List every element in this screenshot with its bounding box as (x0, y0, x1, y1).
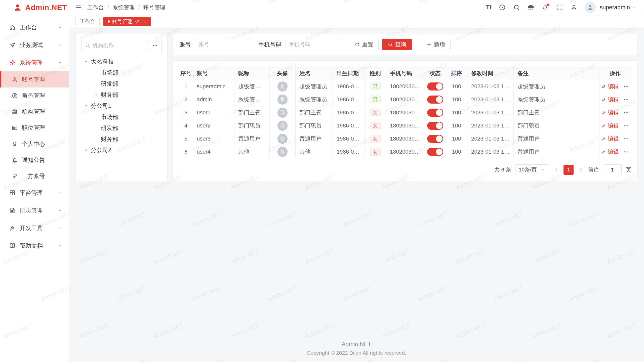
cell-actions: 编辑 (599, 80, 631, 93)
page-size-select[interactable]: 10条/页 (515, 164, 549, 175)
edit-button[interactable]: 编辑 (601, 148, 619, 156)
chevRight-icon (578, 167, 584, 173)
cell-nickname: 部门职员 (234, 119, 270, 132)
prev-page-button[interactable] (553, 167, 559, 173)
cell-nickname: 系统管理员 (234, 93, 270, 106)
sidebar-item-docs[interactable]: 帮助文档 (0, 237, 69, 254)
cell-avatar: 其 (270, 145, 296, 158)
more-icon[interactable] (623, 135, 629, 142)
phone-field[interactable] (286, 39, 339, 50)
font-size-button[interactable]: Tt (486, 4, 492, 11)
search-icon (85, 43, 90, 48)
breadcrumb-item[interactable]: 系统管理 (112, 4, 135, 11)
tree-node[interactable]: 研发部 (81, 122, 162, 133)
sidebar-item-platform[interactable]: 平台管理 (0, 184, 69, 202)
sidebar-item-business-test[interactable]: 业务测试 (0, 36, 69, 54)
cell-gender: 女 (365, 106, 386, 119)
edit-button[interactable]: 编辑 (601, 109, 619, 116)
goto-page-input[interactable] (603, 164, 622, 175)
cell-birthdate: 1986-06-28 (333, 145, 365, 158)
more-icon[interactable] (623, 83, 629, 90)
tree-node[interactable]: 分公司1 (81, 100, 162, 111)
close-icon[interactable] (142, 19, 146, 24)
avatar[interactable] (585, 2, 596, 13)
reset-button[interactable]: 重置 (349, 39, 379, 50)
cell-remark: 普通用户 (514, 145, 599, 158)
cell-birthdate: 1986-06-28 (333, 93, 365, 106)
notifications-button[interactable] (542, 4, 549, 11)
sidebar-item-account[interactable]: 账号管理 (0, 71, 69, 87)
chevron-down-icon (541, 167, 545, 172)
sidebar-item-system-management[interactable]: 系统管理 (0, 54, 69, 71)
page-1-button[interactable]: 1 (564, 165, 574, 175)
edit-button[interactable]: 编辑 (601, 83, 619, 90)
theme-button[interactable] (499, 4, 506, 11)
status-toggle[interactable] (427, 96, 443, 104)
sidebar-item-role[interactable]: 角色管理 (0, 87, 69, 104)
profile-button[interactable] (570, 4, 578, 11)
column-header: 昵称 (234, 67, 270, 80)
brand-name: Admin.NET (25, 3, 67, 12)
status-toggle[interactable] (427, 109, 443, 117)
add-button[interactable]: 新增 (421, 39, 451, 50)
tree-caret-icon[interactable] (94, 93, 99, 97)
status-toggle[interactable] (427, 148, 443, 156)
tree-node[interactable]: 财务部 (81, 133, 162, 145)
gift-button[interactable] (527, 4, 535, 11)
account-input[interactable] (198, 41, 245, 48)
tree-caret-icon[interactable] (84, 104, 89, 108)
tree-node[interactable]: 财务部 (81, 89, 162, 100)
more-icon[interactable] (623, 122, 629, 129)
refresh-icon[interactable] (135, 19, 139, 24)
edit-button[interactable]: 编辑 (601, 122, 619, 129)
tree-node[interactable]: 市场部 (81, 67, 162, 78)
org-search-row (81, 40, 162, 51)
sidebar-item-logs[interactable]: 日志管理 (0, 202, 69, 219)
tab-0[interactable]: 工作台 (75, 17, 100, 26)
more-icon[interactable] (623, 149, 629, 155)
menu-collapse-button[interactable] (75, 4, 82, 11)
edit-button[interactable]: 编辑 (601, 96, 619, 103)
sidebar-item-notice[interactable]: 通知公告 (0, 152, 69, 168)
org-search-field[interactable] (81, 40, 145, 51)
status-toggle[interactable] (427, 82, 443, 90)
sidebar-item-position[interactable]: 职位管理 (0, 120, 69, 136)
tree-caret-icon[interactable] (84, 59, 89, 64)
sidebar-item-workbench[interactable]: 工作台 (0, 19, 69, 36)
more-icon[interactable] (623, 96, 629, 103)
user-menu[interactable]: superadmin (600, 4, 637, 11)
table-row: 5user3普通用户普普通用户1986-06-28女18020030720100… (179, 132, 631, 145)
edit-label: 编辑 (608, 109, 619, 116)
tree-node[interactable]: 市场部 (81, 111, 162, 122)
tree-node[interactable]: 研发部 (81, 78, 162, 89)
plus-icon (426, 42, 432, 47)
tree-node[interactable]: 大名科技 (81, 56, 162, 67)
cell-status (424, 119, 446, 132)
tree-node[interactable]: 分公司2 (81, 145, 162, 156)
edit-button[interactable]: 编辑 (601, 135, 619, 143)
status-toggle[interactable] (427, 135, 443, 143)
medal-icon (12, 141, 18, 147)
tree-more-button[interactable] (148, 40, 162, 51)
breadcrumb-item[interactable]: 工作台 (87, 4, 104, 11)
cell-sort: 100 (446, 80, 467, 93)
fullscreen-button[interactable] (556, 4, 563, 11)
query-button[interactable]: 查询 (382, 39, 412, 50)
tree-caret-icon[interactable] (84, 148, 89, 153)
phone-input[interactable] (289, 41, 335, 48)
org-search-input[interactable] (93, 42, 142, 49)
sidebar-item-profile-center[interactable]: 个人中心 (0, 136, 69, 152)
next-page-button[interactable] (578, 167, 584, 173)
sidebar-item-devtools[interactable]: 开发工具 (0, 219, 69, 237)
tab-1[interactable]: 账号管理 (103, 17, 151, 26)
global-search-button[interactable] (513, 4, 520, 11)
more-icon[interactable] (623, 109, 629, 116)
sidebar-item-organization[interactable]: 机构管理 (0, 104, 69, 120)
table-row: 3user1部门主管部部门主管1986-06-28女18020030720100… (179, 106, 631, 119)
sidebar-item-third-account[interactable]: 三方账号 (0, 168, 69, 184)
sidebar-item-label: 系统管理 (20, 59, 43, 67)
account-field[interactable] (195, 39, 248, 50)
sidebar-menu: 工作台业务测试系统管理账号管理角色管理机构管理职位管理个人中心通知公告三方账号平… (0, 15, 69, 362)
sidebar-item-label: 工作台 (20, 24, 37, 31)
status-toggle[interactable] (427, 122, 443, 130)
